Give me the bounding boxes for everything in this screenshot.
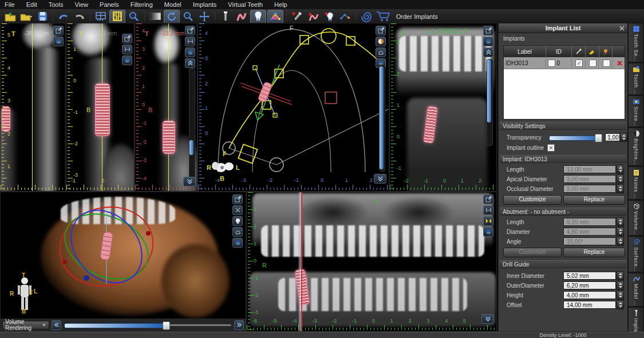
implant-id-cell[interactable]: 0 [546,57,572,69]
measure-polyline-icon[interactable] [338,10,353,23]
rotation-slider[interactable] [64,321,231,329]
measure-icon[interactable] [572,46,586,57]
skull-view-icon[interactable] [232,216,243,226]
reset-view-icon[interactable] [164,10,180,23]
viewport-axial-slice[interactable]: 43210-1-2-3-4 T -33.3 mm B [135,23,197,192]
rotation-gyroscope[interactable] [1,192,246,332]
menu-item[interactable]: Edit [26,1,37,8]
slice-scrollbar[interactable] [189,68,195,184]
tooth-tool-icon[interactable] [250,10,266,23]
export-view-icon[interactable] [483,194,493,204]
nerve-tool-icon[interactable] [234,10,249,23]
scroll-up-button[interactable] [483,47,493,57]
export-view-icon[interactable] [232,194,243,204]
tab-brightness[interactable]: Brightne... [628,128,644,166]
transparency-slider-handle[interactable] [595,134,602,142]
close-panel-icon[interactable] [619,26,625,31]
save-icon[interactable] [35,10,50,23]
scroll-down-button[interactable] [374,174,386,184]
model-tool-icon[interactable] [267,10,283,23]
implant-tool-icon[interactable] [218,10,233,23]
height-spinner[interactable] [617,291,624,300]
add-implant-icon[interactable] [290,10,305,23]
slice-scrollbar[interactable] [487,59,493,146]
implant-graphic[interactable] [163,121,175,154]
export-view-icon[interactable] [185,26,195,35]
implant-graphic[interactable] [95,83,110,136]
height-field[interactable]: 4,00 mm [563,291,616,299]
filter-settings-icon[interactable] [109,10,125,23]
viewport-cross-section[interactable]: 3210-1 -2-1012 T 1, 0, IDH3013, 0° [389,23,497,192]
menu-item[interactable]: Filtering [131,1,153,8]
export-view-icon[interactable] [53,26,64,35]
view-3d-icon[interactable] [483,227,493,237]
viewport-panoramic[interactable]: 3210-1-2-3 -6-5-4-3-2-10123456 T R [246,192,497,332]
view-3d-icon[interactable] [232,238,243,248]
view-3d-icon[interactable] [185,47,195,57]
add-nerve-icon[interactable] [306,10,321,23]
menu-item[interactable]: Virtual Teeth [228,1,263,8]
pin-checkbox-cell[interactable] [599,57,613,69]
view-3d-icon[interactable] [483,37,493,46]
view-3d-icon[interactable] [122,55,132,65]
tab-notes[interactable]: Notes ... [628,166,644,200]
menu-item[interactable]: File [5,1,15,8]
measure-icon[interactable] [483,205,493,215]
implant-replace-button[interactable]: Replace [563,195,625,205]
slice-indicator-line[interactable] [32,23,33,191]
order-implants-cart-icon[interactable] [375,10,392,23]
length-spinner[interactable] [617,165,624,174]
surface-spiral-icon[interactable] [359,10,374,23]
scroll-down-button[interactable] [481,314,494,324]
tab-tooth[interactable]: Tooth ... [628,63,644,96]
contrast-view-icon[interactable] [376,37,386,46]
viewport-sagittal[interactable]: 54321 T -35.3 mm [0,23,66,192]
column-id[interactable]: ID [546,46,572,57]
menu-item[interactable]: Help [274,1,287,8]
add-tooth-icon[interactable] [322,10,337,23]
cross-section-cursor-red[interactable] [301,192,302,331]
abutment-replace-button[interactable]: Replace [563,248,625,257]
redo-icon[interactable] [72,10,87,23]
export-view-icon[interactable] [376,26,386,35]
contrast-icon[interactable] [148,10,163,23]
panoramic-view-icon[interactable] [232,227,243,237]
column-label[interactable]: Label [504,46,546,57]
viewport-coronal[interactable]: 10-1-2-3 -10 T -35.3 mm B [66,23,135,192]
visible-checkbox-cell[interactable]: ✓ [572,57,586,69]
order-implants-label[interactable]: Order Implants [396,13,438,20]
highlight-checkbox[interactable] [589,59,596,67]
menu-item[interactable]: Implants [193,1,217,8]
tab-volume[interactable]: Volume... [628,200,644,236]
apical-diameter-spinner[interactable] [617,174,624,184]
viewport-axial-main[interactable]: F F R L B 43210 -4-3-2-1012 [197,23,389,192]
menu-item[interactable]: Panels [100,1,119,8]
visible-checkbox[interactable]: ✓ [575,59,583,67]
collapse-icon[interactable] [185,58,195,68]
rotate-right-button[interactable] [234,320,244,330]
transparency-value[interactable]: 1,00 [605,133,620,141]
open-recent-icon[interactable] [19,10,34,23]
inner-diameter-field[interactable]: 5,02 mm [563,272,616,280]
delete-cell[interactable] [613,57,625,69]
delete-implant-icon[interactable] [617,60,623,66]
abutment-angle-spinner[interactable] [617,237,624,246]
abutment-diameter-spinner[interactable] [617,227,624,236]
implant-outline-checkbox[interactable]: ✕ [547,144,555,152]
measure-icon[interactable] [122,45,132,54]
tab-screenshot[interactable]: Scree... [628,96,644,127]
clip-volume-icon[interactable] [232,205,243,215]
pin-checkbox[interactable] [603,59,610,67]
zoom-mode-icon[interactable] [181,10,196,23]
export-view-icon[interactable] [483,26,493,35]
scroll-down-button[interactable] [183,177,196,186]
outer-diameter-field[interactable]: 6,20 mm [563,281,616,289]
implant-row[interactable]: IDH3013 0 ✓ [504,57,625,69]
render-mode-select[interactable]: Volume Rendering▼ [2,321,49,329]
highlighter-icon[interactable] [586,46,599,57]
tab-tooth-setup[interactable]: Tooth Se... [628,23,644,62]
highlight-checkbox-cell[interactable] [586,57,599,69]
rotation-slider-handle[interactable] [163,321,170,330]
menu-item[interactable]: Tools [49,1,64,8]
slice-scrollbar[interactable] [379,65,385,172]
